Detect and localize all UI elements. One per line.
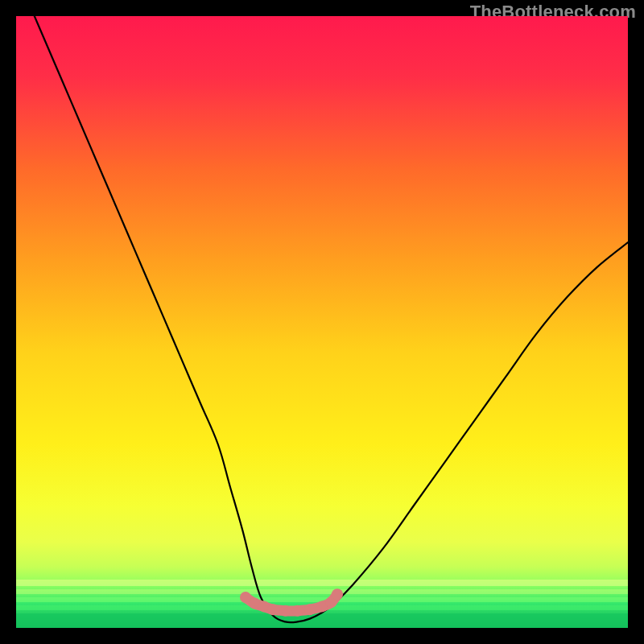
optimal-zone-dot (279, 605, 291, 617)
plot-area (16, 16, 628, 628)
horizontal-band-2 (16, 589, 628, 594)
horizontal-band-1 (16, 580, 628, 586)
gradient-background (16, 16, 628, 628)
optimal-zone-dot (332, 588, 343, 600)
optimal-zone-dot (292, 605, 303, 617)
chart-frame: TheBottleneck.com (0, 0, 644, 644)
optimal-zone-dot (267, 604, 279, 615)
chart-svg (16, 16, 628, 628)
horizontal-band-5 (16, 613, 628, 628)
optimal-zone-dot (304, 604, 316, 615)
optimal-zone-dot (240, 592, 251, 603)
